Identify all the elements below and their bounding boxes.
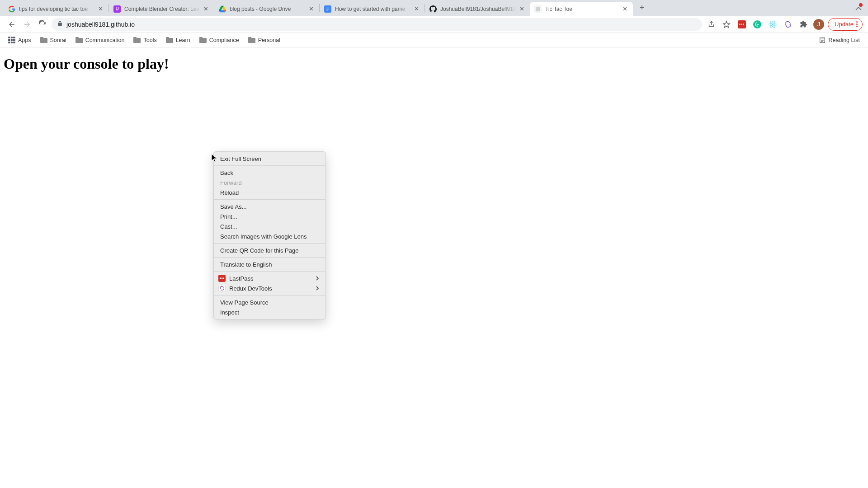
update-button[interactable]: Update: [828, 18, 863, 31]
reading-list-button[interactable]: Reading List: [815, 35, 864, 46]
tab-title: tips for developing tic tac toe: [19, 6, 95, 12]
ctx-exit-fullscreen[interactable]: Exit Full Screen: [214, 154, 326, 164]
close-icon[interactable]: ✕: [307, 5, 315, 13]
notification-dot-icon: [859, 3, 863, 7]
page-content: Open your console to play!: [0, 47, 868, 80]
tab-github[interactable]: JoshuaBell9181/JoshuaBell918 ✕: [425, 2, 530, 16]
react-devtools-ext-icon[interactable]: [766, 18, 779, 31]
ctx-lastpass[interactable]: ••• LastPass: [214, 273, 326, 283]
svg-point-10: [786, 24, 787, 25]
tab-blender[interactable]: U Complete Blender Creator: Lea ✕: [109, 2, 214, 16]
avatar-initial: J: [817, 21, 820, 28]
context-menu: Exit Full Screen Back Forward Reload Sav…: [213, 151, 326, 319]
ctx-redux-devtools[interactable]: Redux DevTools: [214, 283, 326, 293]
svg-point-11: [790, 24, 791, 25]
page-favicon-icon: [534, 5, 542, 13]
bookmark-folder-compliance[interactable]: Compliance: [196, 35, 243, 45]
folder-icon: [75, 37, 83, 43]
bookmark-star-icon[interactable]: [720, 18, 733, 31]
tab-docs[interactable]: How to get started with game ✕: [320, 2, 425, 16]
close-icon[interactable]: ✕: [518, 5, 525, 13]
forward-button[interactable]: [21, 18, 33, 31]
ctx-cast[interactable]: Cast...: [214, 221, 326, 231]
tab-tictactoe[interactable]: Tic Tac Toe ✕: [530, 2, 633, 16]
omnibox[interactable]: joshuabell9181.github.io: [52, 18, 702, 31]
bookmark-folder-learn[interactable]: Learn: [162, 35, 194, 45]
apps-button[interactable]: Apps: [5, 35, 35, 46]
redux-icon: [218, 285, 226, 292]
svg-rect-3: [326, 10, 328, 10]
chevron-right-icon: [316, 285, 319, 292]
ctx-google-lens[interactable]: Search Images with Google Lens: [214, 231, 326, 241]
bookmark-folder-sonrai[interactable]: Sonrai: [37, 35, 70, 45]
folder-icon: [199, 37, 207, 43]
drive-favicon-icon: [219, 5, 226, 13]
kebab-icon: [856, 21, 858, 27]
lock-icon: [57, 21, 63, 28]
lastpass-icon: •••: [218, 275, 226, 282]
ctx-forward: Forward: [214, 178, 326, 188]
close-icon[interactable]: ✕: [202, 5, 209, 13]
udemy-favicon-icon: U: [113, 5, 121, 13]
bookmark-folder-tools[interactable]: Tools: [130, 35, 160, 45]
profile-avatar[interactable]: J: [812, 18, 825, 31]
back-button[interactable]: [5, 18, 18, 31]
folder-icon: [40, 37, 47, 43]
tab-tips[interactable]: tips for developing tic tac toe ✕: [4, 2, 108, 16]
ctx-reload[interactable]: Reload: [214, 188, 326, 197]
bookmark-folder-communication[interactable]: Communication: [72, 35, 128, 45]
close-icon[interactable]: ✕: [621, 5, 628, 13]
separator: [214, 243, 325, 244]
github-favicon-icon: [429, 5, 437, 13]
reading-list-icon: [819, 37, 826, 44]
close-icon[interactable]: ✕: [413, 5, 420, 13]
bookmark-label: Tools: [143, 37, 156, 43]
tab-title: Complete Blender Creator: Lea: [124, 6, 200, 12]
apps-label: Apps: [18, 37, 31, 43]
separator: [214, 165, 325, 166]
chevron-right-icon: [316, 275, 319, 282]
bookmark-label: Compliance: [209, 37, 239, 43]
new-tab-button[interactable]: +: [636, 2, 648, 14]
bookmark-label: Learn: [176, 37, 190, 43]
close-icon[interactable]: ✕: [97, 5, 104, 13]
ctx-inspect[interactable]: Inspect: [214, 307, 326, 317]
tab-strip: tips for developing tic tac toe ✕ U Comp…: [0, 0, 868, 16]
folder-icon: [248, 37, 255, 43]
tab-title: JoshuaBell9181/JoshuaBell918: [440, 6, 516, 12]
folder-icon: [133, 37, 141, 43]
google-favicon-icon: [8, 5, 15, 13]
ctx-translate[interactable]: Translate to English: [214, 259, 326, 269]
apps-grid-icon: [8, 37, 15, 44]
separator: [214, 199, 325, 200]
extensions-icon[interactable]: [797, 18, 810, 31]
bookmark-label: Sonrai: [50, 37, 66, 43]
share-icon[interactable]: [705, 18, 717, 31]
ctx-back[interactable]: Back: [214, 168, 326, 178]
window-menu-icon[interactable]: [854, 4, 862, 12]
redux-ext-icon[interactable]: [782, 18, 794, 31]
tab-title: Tic Tac Toe: [545, 6, 619, 12]
bookmark-label: Personal: [258, 37, 280, 43]
ctx-save-as[interactable]: Save As...: [214, 202, 326, 211]
folder-icon: [166, 37, 173, 43]
bookmark-folder-personal[interactable]: Personal: [245, 35, 284, 45]
ctx-view-source[interactable]: View Page Source: [214, 297, 326, 307]
svg-rect-5: [536, 7, 540, 11]
svg-point-6: [772, 23, 773, 25]
separator: [214, 257, 325, 258]
reading-list-label: Reading List: [829, 37, 860, 43]
grammarly-ext-icon[interactable]: [751, 18, 764, 31]
bookmarks-bar: Apps Sonrai Communication Tools Learn Co…: [0, 33, 868, 47]
page-heading: Open your console to play!: [4, 56, 864, 72]
separator: [214, 271, 325, 272]
ctx-print[interactable]: Print...: [214, 211, 326, 221]
address-bar: joshuabell9181.github.io ••• J Update: [0, 16, 868, 33]
bookmark-label: Communication: [85, 37, 125, 43]
svg-rect-1: [326, 8, 329, 8]
lastpass-ext-icon[interactable]: •••: [736, 18, 748, 31]
tab-title: blog posts - Google Drive: [230, 6, 306, 12]
tab-drive[interactable]: blog posts - Google Drive ✕: [214, 2, 319, 16]
reload-button[interactable]: [36, 18, 49, 31]
ctx-create-qr[interactable]: Create QR Code for this Page: [214, 245, 326, 255]
